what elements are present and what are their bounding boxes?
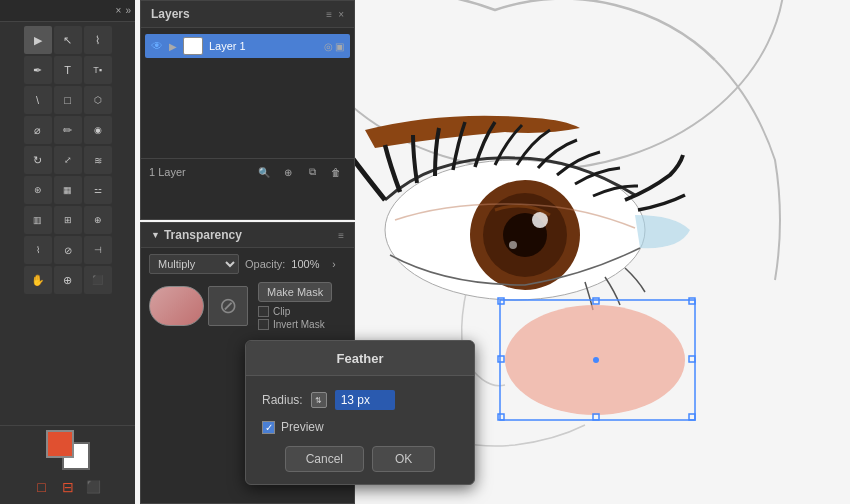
lasso-tool-button[interactable]: ⌇ <box>84 26 112 54</box>
toolbar: × » ▶ ↖ ⌇ ✒ T T▪ \ □ ⬡ ⌀ ✏ ◉ ↻ ⤢ <box>0 0 135 504</box>
graph-tool-button[interactable]: ▦ <box>54 176 82 204</box>
invert-mask-checkbox-row: Invert Mask <box>258 319 332 330</box>
invert-mask-label: Invert Mask <box>273 319 325 330</box>
feather-radius-stepper-arrows: ⇅ <box>315 396 322 405</box>
slice-tool-button[interactable]: ⚍ <box>84 176 112 204</box>
shape-builder-tool-button[interactable]: ⊕ <box>84 206 112 234</box>
clip-label: Clip <box>273 306 290 317</box>
svg-point-18 <box>593 357 599 363</box>
layer-item[interactable]: 👁 ▶ Layer 1 ◎ ▣ <box>145 34 350 58</box>
make-mask-button[interactable]: Make Mask <box>258 282 332 302</box>
layers-delete-button[interactable]: 🗑 <box>326 163 346 181</box>
svg-point-6 <box>532 212 548 228</box>
color-boxes[interactable] <box>46 430 90 470</box>
layers-duplicate-button[interactable]: ⧉ <box>302 163 322 181</box>
transparency-collapse-icon[interactable]: ▼ <box>151 230 160 240</box>
feather-radius-label: Radius: <box>262 393 303 407</box>
layers-panel: Layers ≡ × 👁 ▶ Layer 1 ◎ ▣ 1 Layer <box>140 0 355 220</box>
layer-thumbnail <box>183 37 203 55</box>
touch-type-tool-button[interactable]: T▪ <box>84 56 112 84</box>
view-mode-icons: □ ⊟ ⬛ <box>32 474 104 500</box>
invert-mask-checkbox[interactable] <box>258 319 269 330</box>
feather-preview-row: ✓ Preview <box>262 420 458 434</box>
draw-inside-button[interactable]: ⊟ <box>58 478 78 496</box>
feather-radius-stepper-icon[interactable]: ⇅ <box>311 392 327 408</box>
pencil-tool-button[interactable]: ✏ <box>54 116 82 144</box>
warp-tool-button[interactable]: ≋ <box>84 146 112 174</box>
hand-tool-button[interactable]: ✋ <box>24 266 52 294</box>
layers-panel-close-button[interactable]: × <box>338 9 344 20</box>
transparency-thumbnails: ⊘ <box>149 286 248 326</box>
eraser-tool-button[interactable]: ◉ <box>84 116 112 144</box>
feather-dialog-buttons: Cancel OK <box>262 446 458 472</box>
layer-actions: ◎ ▣ <box>324 41 344 52</box>
toolbar-expand-icon[interactable]: » <box>125 5 131 16</box>
blend-mode-select[interactable]: Multiply <box>149 254 239 274</box>
symbol-tool-button[interactable]: ⊛ <box>24 176 52 204</box>
foreground-color-box[interactable] <box>46 430 74 458</box>
transparency-mask-thumbnail[interactable]: ⊘ <box>208 286 248 326</box>
blend-tool-button[interactable]: ⌇ <box>24 236 52 264</box>
layers-count-label: 1 Layer <box>149 166 186 178</box>
transparency-panel-options-button[interactable]: ≡ <box>338 230 344 241</box>
feather-dialog-title: Feather <box>337 351 384 366</box>
transparency-object-thumbnail[interactable] <box>149 286 204 326</box>
transparency-mask-row: ⊘ Make Mask Clip Invert Mask <box>149 282 346 330</box>
svg-point-7 <box>509 241 517 249</box>
layers-search-button[interactable]: 🔍 <box>254 163 274 181</box>
transparency-panel-header: ▼ Transparency ≡ <box>141 223 354 248</box>
layer-visibility-icon[interactable]: 👁 <box>151 39 163 53</box>
feather-dialog-header: Feather <box>246 341 474 376</box>
toolbar-bottom: □ ⊟ ⬛ <box>0 425 135 504</box>
layers-footer-buttons: 🔍 ⊕ ⧉ 🗑 <box>254 163 346 181</box>
feather-radius-row: Radius: ⇅ <box>262 390 458 410</box>
feather-preview-label: Preview <box>281 420 324 434</box>
layer-edit-button[interactable]: ▣ <box>335 41 344 52</box>
paintbucket-tool-button[interactable]: ⬡ <box>84 86 112 114</box>
change-screen-button[interactable]: ⬛ <box>84 478 104 496</box>
transparency-blend-row: Multiply Opacity: 100% › <box>149 254 346 274</box>
type-tool-button[interactable]: T <box>54 56 82 84</box>
clip-checkbox[interactable] <box>258 306 269 317</box>
feather-ok-button[interactable]: OK <box>372 446 435 472</box>
measure-tool-button[interactable]: ⊣ <box>84 236 112 264</box>
zoom-tool-button[interactable]: ⊕ <box>54 266 82 294</box>
opacity-value: 100% <box>291 258 326 270</box>
feather-dialog: Feather Radius: ⇅ ✓ Preview Cancel OK <box>245 340 475 485</box>
layers-new-layer-button[interactable]: ⊕ <box>278 163 298 181</box>
layer-target-button[interactable]: ◎ <box>324 41 333 52</box>
layers-panel-options-button[interactable]: ≡ <box>326 9 332 20</box>
feather-radius-input[interactable] <box>335 390 395 410</box>
mesh-tool-button[interactable]: ⊞ <box>54 206 82 234</box>
scale-tool-button[interactable]: ⤢ <box>54 146 82 174</box>
layer-expand-icon[interactable]: ▶ <box>169 41 177 52</box>
rect-tool-button[interactable]: □ <box>54 86 82 114</box>
mask-checkboxes: Clip Invert Mask <box>258 306 332 330</box>
normal-mode-button[interactable]: □ <box>32 478 52 496</box>
layers-panel-header: Layers ≡ × <box>141 1 354 28</box>
layers-panel-title: Layers <box>151 7 190 21</box>
feather-dialog-body: Radius: ⇅ ✓ Preview Cancel OK <box>246 376 474 484</box>
transparency-title-row: ▼ Transparency <box>151 228 242 242</box>
pen-tool-button[interactable]: ✒ <box>24 56 52 84</box>
opacity-arrow-icon[interactable]: › <box>332 259 335 270</box>
toolbar-tools: ▶ ↖ ⌇ ✒ T T▪ \ □ ⬡ ⌀ ✏ ◉ ↻ ⤢ ≋ ⊛ <box>0 22 135 425</box>
clip-checkbox-row: Clip <box>258 306 332 317</box>
feather-cancel-button[interactable]: Cancel <box>285 446 364 472</box>
line-tool-button[interactable]: \ <box>24 86 52 114</box>
transparency-panel-body: Multiply Opacity: 100% › ⊘ Make Mask <box>141 248 354 336</box>
brush-tool-button[interactable]: ⌀ <box>24 116 52 144</box>
mask-disabled-icon: ⊘ <box>219 293 237 319</box>
transparency-right-buttons: Make Mask Clip Invert Mask <box>258 282 332 330</box>
toolbar-close-icon[interactable]: × <box>116 5 122 16</box>
layers-list: 👁 ▶ Layer 1 ◎ ▣ <box>141 28 354 158</box>
print-tiling-tool-button[interactable]: ⬛ <box>84 266 112 294</box>
feather-preview-checkbox[interactable]: ✓ <box>262 421 275 434</box>
toolbar-header: × » <box>0 0 135 22</box>
eyedropper-tool-button[interactable]: ⊘ <box>54 236 82 264</box>
transparency-panel-title: Transparency <box>164 228 242 242</box>
rotate-tool-button[interactable]: ↻ <box>24 146 52 174</box>
select-tool-button[interactable]: ▶ <box>24 26 52 54</box>
direct-select-tool-button[interactable]: ↖ <box>54 26 82 54</box>
gradient-tool-button[interactable]: ▥ <box>24 206 52 234</box>
